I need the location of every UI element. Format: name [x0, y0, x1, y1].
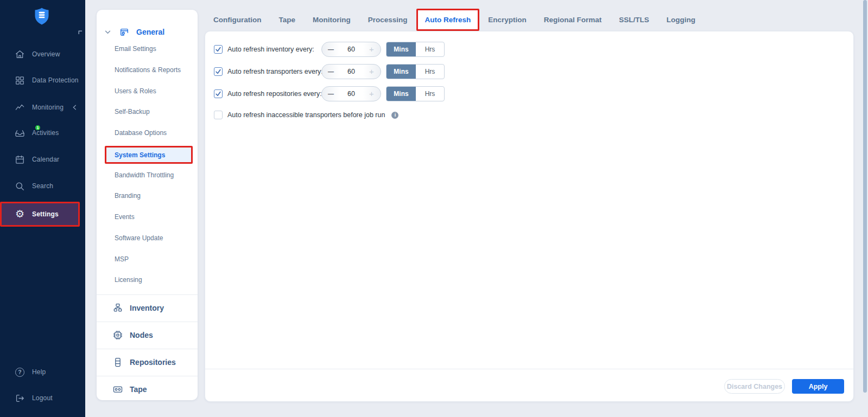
transporters-interval-stepper: — +	[321, 64, 381, 79]
nav-section-inventory[interactable]: Inventory	[112, 298, 164, 318]
nav-section-label: Tape	[130, 385, 147, 394]
inventory-refresh-checkbox[interactable]	[214, 45, 223, 54]
logout-icon	[15, 393, 25, 403]
sidebar-item-label: Monitoring	[32, 104, 64, 111]
help-icon: ?	[15, 367, 25, 377]
inaccessible-transporters-row: Auto refresh inaccessible transporters b…	[214, 108, 842, 121]
inventory-unit-toggle: Mins Hrs	[386, 42, 445, 57]
discard-changes-button[interactable]: Discard Changes	[724, 379, 785, 394]
repositories-unit-toggle: Mins Hrs	[386, 86, 445, 101]
settings-tabbar: Configuration Tape Monitoring Processing…	[205, 9, 704, 31]
sidebar-item-monitoring[interactable]: Monitoring	[0, 94, 85, 120]
sidebar-item-settings[interactable]: ⚙ Settings	[0, 202, 80, 227]
nav-item-email-settings[interactable]: Email Settings	[115, 41, 156, 57]
home-icon	[15, 49, 25, 60]
row-label: Auto refresh inaccessible transporters b…	[227, 111, 385, 119]
nav-section-nodes[interactable]: Nodes	[112, 325, 153, 345]
nav-item-events[interactable]: Events	[115, 209, 135, 225]
row-label: Auto refresh inventory every:	[227, 46, 314, 53]
search-icon	[15, 181, 25, 191]
auto-refresh-inventory-row: Auto refresh inventory every: — + Mins H…	[214, 42, 842, 57]
transporters-unit-toggle: Mins Hrs	[386, 64, 445, 79]
sidebar-item-search[interactable]: Search	[0, 173, 85, 199]
tab-auto-refresh[interactable]: Auto Refresh	[416, 9, 480, 31]
pulse-chart-icon	[15, 102, 25, 113]
inventory-interval-input[interactable]	[340, 46, 363, 53]
info-icon[interactable]: i	[391, 112, 398, 119]
sidebar-item-label: Help	[32, 368, 46, 376]
inbox-icon: 1	[15, 128, 25, 138]
mins-option[interactable]: Mins	[387, 87, 416, 101]
nav-item-branding[interactable]: Branding	[115, 188, 141, 204]
sidebar-collapse-icon[interactable]	[78, 30, 83, 35]
nav-item-msp[interactable]: MSP	[115, 251, 129, 267]
tab-encryption[interactable]: Encryption	[479, 9, 535, 31]
sidebar-item-label: Logout	[32, 394, 53, 402]
sidebar-item-logout[interactable]: Logout	[0, 390, 85, 406]
cpu-chip-icon	[112, 330, 123, 341]
nav-item-licensing[interactable]: Licensing	[115, 272, 142, 288]
nav-item-software-update[interactable]: Software Update	[115, 230, 163, 246]
tab-ssl-tls[interactable]: SSL/TLS	[610, 9, 658, 31]
apply-button[interactable]: Apply	[792, 379, 844, 394]
calendar-icon	[15, 155, 25, 165]
settings-nav-panel: General Email Settings Notifications & R…	[97, 10, 198, 400]
tape-cassette-icon	[112, 384, 123, 395]
sidebar-item-data-protection[interactable]: Data Protection	[0, 67, 85, 93]
nav-item-bandwidth-throttling[interactable]: Bandwidth Throttling	[115, 167, 174, 183]
nav-item-database-options[interactable]: Database Options	[115, 125, 167, 141]
inaccessible-transporters-checkbox[interactable]	[214, 111, 223, 119]
row-label: Auto refresh repositories every:	[227, 90, 322, 98]
nav-item-notifications-reports[interactable]: Notifications & Reports	[115, 62, 181, 78]
divider	[97, 349, 198, 349]
vertical-scrollbar[interactable]	[863, 0, 867, 393]
hrs-option[interactable]: Hrs	[416, 42, 444, 56]
tab-configuration[interactable]: Configuration	[205, 9, 270, 31]
tab-monitoring[interactable]: Monitoring	[304, 9, 359, 31]
sidebar-item-activities[interactable]: 1 Activities	[0, 120, 85, 146]
hrs-option[interactable]: Hrs	[416, 65, 444, 79]
nav-item-users-roles[interactable]: Users & Roles	[115, 83, 156, 99]
nav-section-label: Repositories	[130, 358, 176, 367]
hrs-option[interactable]: Hrs	[416, 87, 444, 101]
sidebar-item-label: Settings	[32, 210, 59, 218]
chevron-left-icon[interactable]	[72, 104, 77, 111]
sidebar-item-label: Calendar	[32, 156, 59, 163]
decrement-button[interactable]: —	[322, 87, 340, 101]
tab-logging[interactable]: Logging	[658, 9, 704, 31]
nav-section-label: General	[136, 28, 164, 36]
storage-stack-icon	[112, 357, 123, 368]
nav-item-system-settings[interactable]: System Settings	[105, 146, 193, 164]
sidebar-item-overview[interactable]: Overview	[0, 41, 85, 67]
nav-section-repositories[interactable]: Repositories	[112, 352, 176, 372]
footer-divider	[205, 369, 853, 369]
auto-refresh-repositories-row: Auto refresh repositories every: — + Min…	[214, 86, 842, 101]
tab-tape[interactable]: Tape	[270, 9, 304, 31]
increment-button[interactable]: +	[363, 42, 381, 56]
sidebar-item-label: Overview	[32, 50, 60, 58]
decrement-button[interactable]: —	[322, 42, 340, 56]
chevron-down-icon	[105, 30, 111, 34]
nav-item-self-backup[interactable]: Self-Backup	[115, 104, 150, 120]
sidebar-item-calendar[interactable]: Calendar	[0, 146, 85, 172]
nav-section-general[interactable]: General	[105, 25, 164, 39]
transporters-refresh-checkbox[interactable]	[214, 67, 223, 76]
increment-button[interactable]: +	[363, 65, 381, 79]
tab-regional-format[interactable]: Regional Format	[535, 9, 611, 31]
divider	[97, 376, 198, 376]
sidebar-item-label: Data Protection	[32, 76, 79, 84]
nav-section-tape[interactable]: Tape	[112, 380, 147, 399]
mins-option[interactable]: Mins	[387, 42, 416, 56]
repositories-interval-input[interactable]	[340, 90, 363, 98]
auto-refresh-rows: Auto refresh inventory every: — + Mins H…	[214, 42, 842, 121]
sidebar-item-help[interactable]: ? Help	[0, 364, 85, 380]
mins-option[interactable]: Mins	[387, 65, 416, 79]
repositories-refresh-checkbox[interactable]	[214, 89, 223, 98]
row-label: Auto refresh transporters every:	[227, 68, 323, 75]
nav-section-label: Nodes	[130, 331, 153, 339]
tab-processing[interactable]: Processing	[359, 9, 416, 31]
transporters-interval-input[interactable]	[340, 68, 363, 75]
decrement-button[interactable]: —	[322, 65, 340, 79]
auto-refresh-panel: Auto refresh inventory every: — + Mins H…	[205, 31, 854, 402]
increment-button[interactable]: +	[363, 87, 381, 101]
